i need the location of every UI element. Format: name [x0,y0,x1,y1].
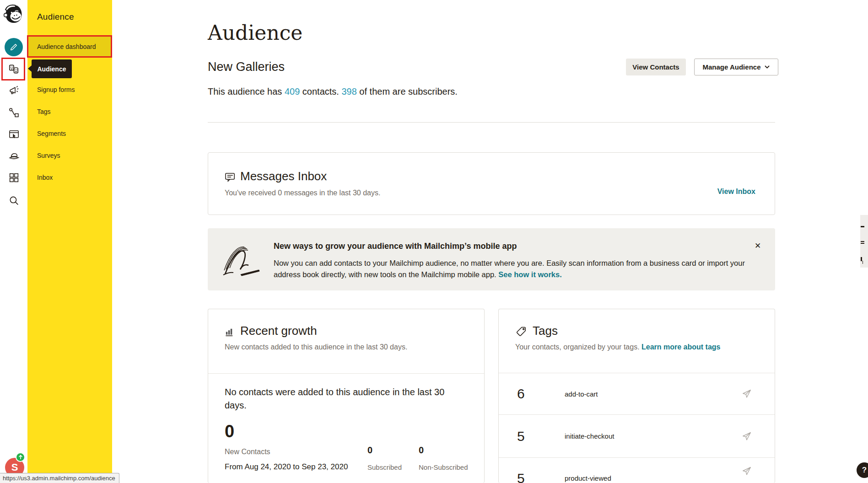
sidebar-item-surveys[interactable]: Surveys [27,145,112,165]
create-button[interactable] [0,38,27,56]
audience-summary: This audience has 409 contacts. 398 of t… [208,86,458,97]
recent-growth-subtitle: New contacts added to this audience in t… [225,343,407,351]
sidebar-item-label: Surveys [37,152,60,159]
no-contacts-message: No contacts were added to this audience … [225,386,458,412]
tags-subtitle-text: Your contacts, organized by your tags. [515,343,640,351]
sidebar-item-audience-dashboard[interactable]: Audience dashboard [27,37,112,56]
icon-rail [0,0,27,483]
sidebar-item-campaigns[interactable] [0,85,27,97]
tags-title: Tags [533,324,558,338]
view-contacts-button[interactable]: View Contacts [626,59,686,75]
automation-journey-icon [8,107,20,118]
see-how-it-works-link[interactable]: See how it works. [498,270,561,279]
send-icon[interactable] [742,466,752,476]
view-contacts-label: View Contacts [632,63,679,71]
tag-count: 5 [517,471,565,483]
mailchimp-logo[interactable] [0,3,27,25]
contacts-count: 409 [285,86,300,97]
mailchimp-audience-page: { "page": { "url": "https://us3.admin.ma… [0,0,868,483]
audience-name: New Galleries [208,60,285,74]
header-divider [208,122,775,123]
chat-bubble-icon [224,172,236,183]
tag-name: initiate-checkout [565,432,614,440]
messages-inbox-subtitle: You've received 0 messages in the last 3… [225,189,380,197]
sidebar-item-integrations[interactable] [0,172,27,183]
summary-text: This audience has [208,86,285,97]
recent-growth-title: Recent growth [240,324,317,338]
support-s-label: S [11,462,18,473]
messages-inbox-card: Messages Inbox You've received 0 message… [208,152,775,215]
tags-card: Tags Your contacts, organized by your ta… [498,309,775,483]
panel-lines-icon [861,241,864,242]
search-icon [8,195,20,206]
send-icon[interactable] [742,389,752,399]
tag-row-initiate-checkout[interactable]: 5 initiate-checkout [499,414,775,457]
banner-title: New ways to grow your audience with Mail… [274,242,517,251]
sidebar-item-label: Inbox [37,174,53,181]
sidebar-item-brand[interactable] [0,150,27,162]
send-icon[interactable] [742,431,752,441]
browser-status-url: https://us3.admin.mailchimp.com/audience [0,473,119,483]
sidebar-item-label: Segments [37,130,66,137]
recent-growth-card: Recent growth New contacts added to this… [208,309,485,483]
grid-icon [8,172,20,183]
page-title: Audience [208,21,302,44]
sidebar-item-website[interactable] [0,129,27,140]
audience-tooltip: Audience [32,59,72,78]
banner-body: Now you can add contacts to your Mailchi… [274,258,752,280]
chevron-down-icon [765,65,770,69]
hat-icon [8,150,20,162]
tag-row-product-viewed[interactable]: 5 product-viewed [499,457,775,483]
tag-name: product-viewed [565,474,611,482]
help-button[interactable]: ? [857,462,868,478]
tag-icon [515,326,527,338]
sidebar-item-signup-forms[interactable]: Signup forms [27,80,112,99]
subscribed-value: 0 [367,445,372,456]
search-button[interactable] [0,195,27,206]
megaphone-icon [8,85,20,97]
tag-count: 5 [517,429,565,444]
tags-subtitle: Your contacts, organized by your tags. L… [515,343,721,351]
subscribed-label: Subscribed [367,463,402,471]
summary-text: contacts. [300,86,341,97]
scribble-illustration [220,241,264,279]
tag-name: add-to-cart [565,390,598,398]
freddie-icon [4,3,24,25]
sidebar-item-automations[interactable] [0,107,27,118]
sidebar-item-inbox[interactable]: Inbox [27,167,112,187]
new-contacts-value: 0 [225,422,234,441]
sidebar-item-audience[interactable] [0,63,27,75]
sidebar-item-label: Signup forms [37,86,75,93]
new-contacts-label: New Contacts [225,448,270,456]
tooltip-arrow [28,65,32,72]
manage-audience-button[interactable]: Manage Audience [694,59,778,75]
website-icon [8,129,20,140]
non-subscribed-label: Non-Subscribed [419,463,468,471]
non-subscribed-value: 0 [419,445,424,456]
question-mark-icon: ? [862,466,867,475]
tooltip-label: Audience [37,65,66,73]
sidebar-item-segments[interactable]: Segments [27,123,112,143]
arrow-up-icon [18,455,23,460]
messages-inbox-title: Messages Inbox [240,169,327,183]
bar-chart-icon [225,327,235,337]
manage-audience-label: Manage Audience [703,63,761,71]
pencil-icon [9,43,18,52]
sidebar-title: Audience [37,12,74,22]
sidebar-item-label: Tags [37,108,51,115]
tag-count: 6 [517,386,565,402]
sidebar-item-tags[interactable]: Tags [27,102,112,121]
view-inbox-link[interactable]: View Inbox [717,188,755,196]
audience-icon [8,63,20,75]
card-divider [208,373,484,374]
mobile-app-banner: New ways to grow your audience with Mail… [208,228,775,290]
scroll-up-badge[interactable] [16,452,25,462]
summary-text: of them are subscribers. [357,86,458,97]
tag-row-add-to-cart[interactable]: 6 add-to-cart [499,373,775,414]
subscribers-count: 398 [341,86,356,97]
learn-more-tags-link[interactable]: Learn more about tags [642,343,720,351]
sidebar-item-label: Audience dashboard [37,43,96,50]
panel-l-icon [861,257,862,261]
close-icon[interactable]: ✕ [751,239,764,252]
collapsed-side-panel[interactable] [860,215,868,268]
